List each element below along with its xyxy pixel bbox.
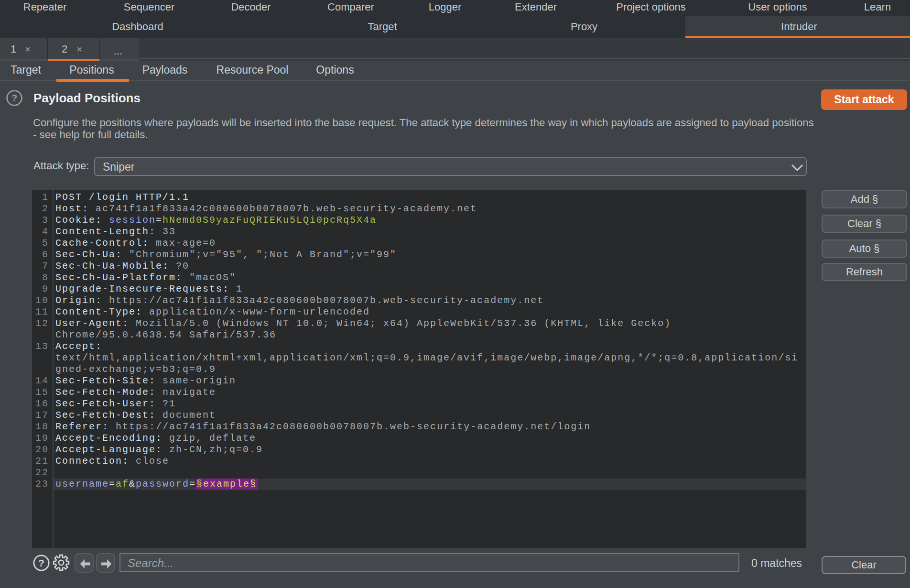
svg-text:?: ? (38, 557, 44, 568)
svg-text:?: ? (11, 93, 17, 103)
